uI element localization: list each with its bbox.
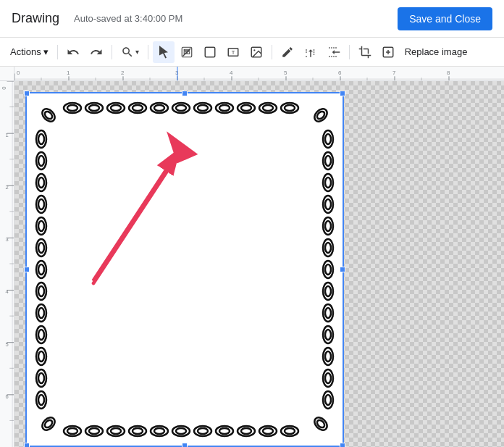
actions-chevron-icon: ▾ xyxy=(43,46,49,57)
line-icon xyxy=(180,46,193,59)
separator-2 xyxy=(112,45,112,59)
image-button[interactable] xyxy=(245,41,267,63)
shape-button[interactable] xyxy=(199,41,221,63)
handle-middle-left[interactable] xyxy=(24,267,30,272)
shape-icon xyxy=(203,46,217,59)
align-v-icon xyxy=(327,46,340,59)
svg-text:6: 6 xyxy=(6,393,9,400)
svg-text:3: 3 xyxy=(6,236,9,243)
replace-image-button[interactable]: Replace image xyxy=(400,41,472,63)
autosave-status: Auto-saved at 3:40:00 PM xyxy=(74,13,182,24)
handle-bottom-center[interactable] xyxy=(182,443,188,447)
redo-icon xyxy=(90,46,103,59)
ruler-vertical: 0 1 2 3 4 5 6 xyxy=(0,81,14,447)
svg-rect-1 xyxy=(205,47,215,57)
canvas-area: 0 1 2 3 4 5 6 7 8 xyxy=(0,67,504,447)
svg-text:8: 8 xyxy=(447,70,450,77)
ruler-corner xyxy=(0,67,14,81)
handle-middle-right[interactable] xyxy=(340,267,345,272)
save-and-close-button[interactable]: Save and Close xyxy=(398,7,492,30)
svg-point-5 xyxy=(253,49,255,51)
line-button[interactable] xyxy=(176,41,198,63)
align-h-icon xyxy=(304,46,317,59)
svg-text:5: 5 xyxy=(284,70,287,77)
svg-text:4: 4 xyxy=(230,70,233,77)
handle-top-center[interactable] xyxy=(182,91,188,96)
actions-label: Actions xyxy=(10,46,41,57)
select-cursor-icon xyxy=(157,46,170,59)
ruler-h-svg: 0 1 2 3 4 5 6 7 8 xyxy=(14,67,504,80)
zoom-icon xyxy=(121,46,134,59)
svg-text:3: 3 xyxy=(175,70,178,77)
undo-button[interactable] xyxy=(62,41,84,63)
image-icon xyxy=(250,46,263,59)
svg-text:T: T xyxy=(231,49,235,56)
zoom-chevron-icon: ▾ xyxy=(135,48,139,56)
actions-menu-button[interactable]: Actions ▾ xyxy=(6,41,53,63)
drawing-canvas[interactable] xyxy=(14,81,504,447)
separator-1 xyxy=(57,45,58,59)
svg-text:1: 1 xyxy=(6,132,9,138)
align-v-button[interactable] xyxy=(323,41,345,63)
crop-icon xyxy=(358,46,371,59)
textbox-icon: T xyxy=(227,46,240,59)
separator-5 xyxy=(349,45,350,59)
svg-text:2: 2 xyxy=(6,184,9,191)
header: Drawing Auto-saved at 3:40:00 PM Save an… xyxy=(0,0,504,38)
svg-text:0: 0 xyxy=(17,70,20,77)
app-title: Drawing xyxy=(12,11,59,26)
handle-top-left[interactable] xyxy=(24,91,30,96)
ruler-horizontal: 0 1 2 3 4 5 6 7 8 xyxy=(14,67,504,81)
replace-image-icon xyxy=(382,46,395,59)
svg-text:7: 7 xyxy=(392,70,395,77)
zoom-button[interactable]: ▾ xyxy=(117,41,143,63)
separator-3 xyxy=(148,45,148,59)
svg-text:0: 0 xyxy=(1,86,7,89)
ruler-v-svg: 0 1 2 3 4 5 6 xyxy=(0,81,14,447)
svg-text:5: 5 xyxy=(6,341,9,347)
handle-top-right[interactable] xyxy=(340,91,345,96)
svg-text:2: 2 xyxy=(121,70,124,77)
pencil-icon xyxy=(281,46,294,59)
select-button[interactable] xyxy=(153,41,175,63)
svg-text:1: 1 xyxy=(67,70,70,77)
svg-text:4: 4 xyxy=(6,288,9,295)
align-h-button[interactable] xyxy=(300,41,322,63)
undo-icon xyxy=(67,46,80,59)
textbox-button[interactable]: T xyxy=(222,41,244,63)
svg-text:6: 6 xyxy=(338,70,341,77)
replace-image-icon-button[interactable] xyxy=(377,41,399,63)
selection-box xyxy=(25,92,344,447)
pencil-button[interactable] xyxy=(277,41,298,63)
handle-bottom-left[interactable] xyxy=(24,443,30,447)
header-left: Drawing Auto-saved at 3:40:00 PM xyxy=(12,11,182,26)
redo-button[interactable] xyxy=(85,41,107,63)
toolbar: Actions ▾ ▾ T xyxy=(0,38,504,67)
separator-4 xyxy=(272,45,272,59)
crop-button[interactable] xyxy=(354,41,376,63)
handle-bottom-right[interactable] xyxy=(340,443,345,447)
